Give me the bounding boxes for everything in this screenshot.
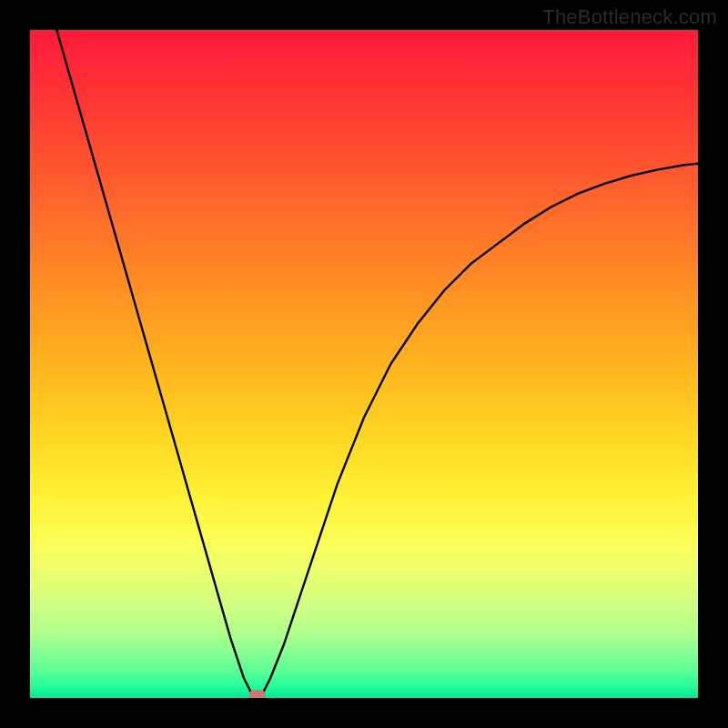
optimal-point-marker (249, 690, 266, 698)
curve-svg (30, 30, 698, 698)
plot-area (30, 30, 698, 698)
watermark-text: TheBottleneck.com (542, 5, 717, 29)
bottleneck-curve (56, 30, 698, 698)
chart-frame: TheBottleneck.com (0, 0, 728, 728)
